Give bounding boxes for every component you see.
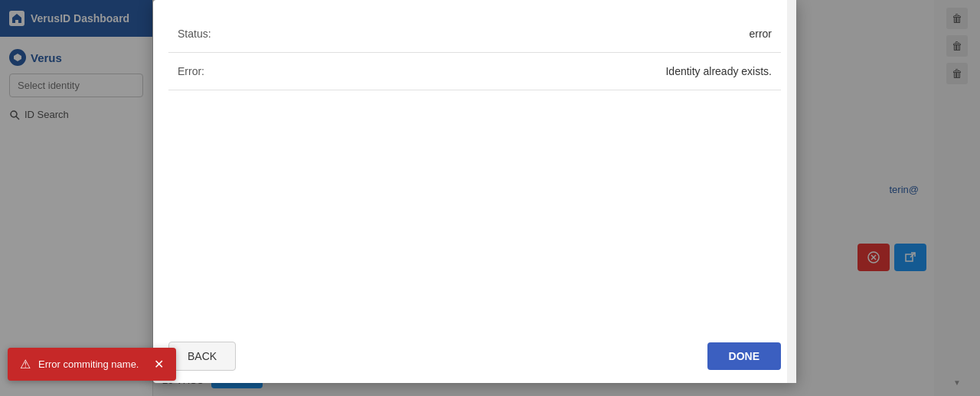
back-button[interactable]: BACK	[168, 342, 236, 371]
modal-table: Status: error Error: Identity already ex…	[168, 15, 781, 90]
status-row: Status: error	[168, 15, 781, 53]
error-row: Error: Identity already exists.	[168, 53, 781, 90]
modal-dialog: Status: error Error: Identity already ex…	[153, 0, 796, 383]
toast-message: Error commiting name.	[38, 358, 139, 370]
close-icon[interactable]: ✕	[154, 357, 164, 371]
done-button[interactable]: DONE	[707, 342, 781, 370]
status-label: Status:	[168, 15, 348, 53]
modal-footer: BACK DONE	[153, 329, 796, 383]
toast-notification: ⚠ Error commiting name. ✕	[8, 348, 176, 381]
warning-icon: ⚠	[20, 357, 31, 371]
modal-body: Status: error Error: Identity already ex…	[153, 0, 796, 329]
status-value: error	[348, 15, 781, 53]
error-value: Identity already exists.	[348, 53, 781, 90]
modal-scrollbar[interactable]	[787, 0, 796, 383]
error-label: Error:	[168, 53, 348, 90]
